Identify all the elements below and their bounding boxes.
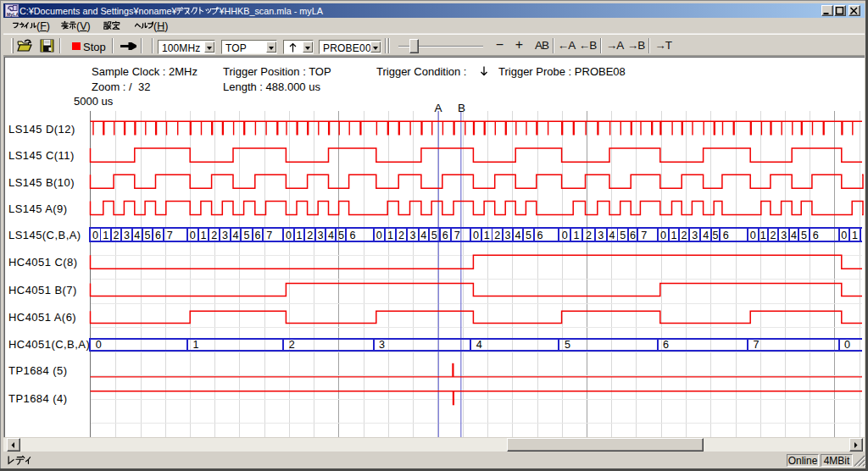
svg-text:6: 6	[537, 230, 543, 241]
svg-text:0: 0	[92, 230, 98, 241]
svg-text:6: 6	[813, 230, 819, 241]
svg-text:7: 7	[454, 230, 460, 241]
svg-text:3: 3	[598, 230, 604, 241]
svg-text:LS145(C,B,A): LS145(C,B,A)	[8, 229, 81, 241]
svg-text:HC4051 A(6): HC4051 A(6)	[8, 311, 76, 324]
svg-text:5: 5	[712, 230, 718, 241]
svg-text:6: 6	[630, 230, 636, 241]
svg-text:2: 2	[307, 230, 313, 241]
svg-text:HC4051(C,B,A): HC4051(C,B,A)	[8, 338, 90, 351]
svg-text:2: 2	[398, 230, 404, 241]
svg-text:B: B	[458, 102, 465, 114]
svg-text:1: 1	[671, 230, 677, 241]
svg-text:0: 0	[844, 339, 850, 351]
svg-text:0: 0	[562, 230, 568, 241]
svg-text:0: 0	[286, 230, 292, 241]
svg-text:5: 5	[243, 230, 249, 241]
svg-text:6: 6	[663, 339, 669, 351]
svg-text:0: 0	[750, 230, 756, 241]
svg-text:1: 1	[760, 230, 766, 241]
svg-text:LS145 D(12): LS145 D(12)	[8, 123, 75, 136]
svg-text:3: 3	[379, 339, 385, 351]
svg-text:A: A	[434, 102, 442, 114]
svg-text:2: 2	[770, 230, 776, 241]
svg-text:1: 1	[484, 230, 490, 241]
svg-text:2: 2	[114, 230, 120, 241]
svg-text:5: 5	[431, 230, 437, 241]
svg-text:6: 6	[442, 230, 448, 241]
svg-text:1: 1	[103, 230, 108, 241]
svg-text:1: 1	[193, 339, 199, 351]
svg-text:4: 4	[703, 230, 709, 241]
svg-text:3: 3	[124, 230, 130, 241]
svg-text:3: 3	[504, 230, 510, 241]
svg-text:7: 7	[754, 339, 760, 351]
svg-text:0: 0	[660, 230, 666, 241]
svg-text:2: 2	[289, 339, 295, 351]
svg-text:3: 3	[692, 230, 698, 241]
svg-text:6: 6	[155, 230, 161, 241]
svg-text:TP1684 (4): TP1684 (4)	[8, 392, 68, 405]
svg-text:0: 0	[473, 230, 479, 241]
svg-text:HC4051 B(7): HC4051 B(7)	[8, 284, 77, 296]
svg-text:1: 1	[201, 230, 207, 241]
svg-text:5: 5	[145, 230, 151, 241]
svg-text:6: 6	[254, 230, 260, 241]
svg-text:4: 4	[420, 230, 426, 241]
svg-text:6: 6	[723, 230, 729, 241]
svg-text:HC4051 C(8): HC4051 C(8)	[8, 256, 78, 269]
svg-text:5: 5	[565, 339, 570, 351]
svg-text:3: 3	[409, 230, 415, 241]
svg-text:4: 4	[515, 230, 521, 241]
svg-text:5000 us: 5000 us	[74, 95, 114, 108]
svg-text:4: 4	[233, 230, 239, 241]
svg-text:2: 2	[211, 230, 217, 241]
svg-text:1: 1	[852, 230, 858, 241]
svg-text:3: 3	[222, 230, 228, 241]
svg-text:0: 0	[376, 230, 382, 241]
svg-text:LS145 C(11): LS145 C(11)	[8, 149, 75, 162]
svg-text:TP1684 (5): TP1684 (5)	[8, 364, 68, 377]
svg-text:LS145 A(9): LS145 A(9)	[8, 202, 68, 215]
svg-text:0: 0	[190, 230, 196, 241]
svg-text:3: 3	[318, 230, 324, 241]
svg-text:1: 1	[297, 230, 303, 241]
svg-text:4: 4	[791, 230, 797, 241]
svg-text:7: 7	[266, 230, 272, 241]
svg-text:LS145 B(10): LS145 B(10)	[8, 176, 75, 189]
svg-text:4: 4	[328, 230, 334, 241]
svg-text:4: 4	[134, 230, 140, 241]
svg-text:1: 1	[574, 230, 580, 241]
svg-text:0: 0	[841, 230, 847, 241]
svg-text:2: 2	[586, 230, 592, 241]
svg-text:7: 7	[167, 230, 173, 241]
svg-text:2: 2	[494, 230, 500, 241]
svg-text:7: 7	[641, 230, 647, 241]
svg-text:3: 3	[781, 230, 787, 241]
svg-text:5: 5	[338, 230, 344, 241]
svg-text:4: 4	[609, 230, 615, 241]
svg-text:5: 5	[801, 230, 807, 241]
svg-text:6: 6	[349, 230, 355, 241]
svg-text:5: 5	[526, 230, 531, 241]
svg-text:5: 5	[620, 230, 626, 241]
svg-text:2: 2	[682, 230, 687, 241]
svg-text:0: 0	[96, 339, 102, 351]
svg-text:4: 4	[476, 339, 482, 351]
svg-text:1: 1	[387, 230, 393, 241]
